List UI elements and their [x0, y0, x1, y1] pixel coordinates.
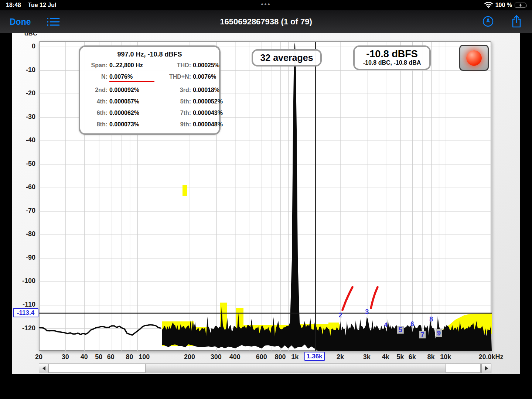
- harmonic-marker-7: 7: [420, 331, 424, 338]
- info-value-r1c1: 0.0076%: [193, 73, 229, 82]
- status-right: 100 %: [484, 1, 526, 9]
- info-value-r3c0: 0.000057%: [109, 98, 154, 105]
- harmonic-marker-6: 6: [410, 320, 414, 328]
- info-value-r1c0: 0.0076%: [109, 73, 154, 82]
- harmonic-marker-5: 5: [399, 326, 402, 334]
- info-label-r0c1: THD:: [156, 62, 191, 69]
- red-annotation-stroke-1: [342, 287, 352, 310]
- markup-button[interactable]: [482, 16, 494, 28]
- scroll-left-button[interactable]: [39, 364, 49, 373]
- left-arrow-icon: [42, 366, 45, 371]
- y-tick--20: -20: [13, 89, 35, 97]
- info-label-r2c0: 2nd:: [85, 86, 108, 93]
- harmonic-marker-4: 4: [384, 321, 388, 329]
- scrollbar-thumb-right[interactable]: [446, 364, 481, 373]
- info-label-r1c0: N:: [85, 73, 108, 82]
- y-tick--120: -120: [13, 324, 35, 332]
- info-label-r1c1: THD+N:: [156, 73, 191, 82]
- info-value-r5c0: 0.000073%: [109, 121, 154, 128]
- info-label-r2c1: 3rd:: [156, 86, 191, 93]
- share-icon: [511, 15, 522, 28]
- level-badge: -10.8 dBFS -10.8 dBC, -10.8 dBA: [353, 45, 431, 70]
- clock: 18:48: [6, 2, 21, 8]
- list-icon: [47, 17, 60, 27]
- x-tick-100: 100: [127, 353, 161, 361]
- wifi-icon: [484, 1, 493, 9]
- y-tick--10: -10: [13, 66, 35, 74]
- info-value-r0c0: 0..22,800 Hz: [109, 62, 154, 69]
- harmonic-marker-3: 3: [365, 308, 369, 316]
- multitask-dots-icon: •••: [261, 1, 271, 8]
- battery-icon: [515, 3, 526, 8]
- record-button[interactable]: [459, 45, 489, 71]
- toolbar: Done 1650692867938 (1 of 79): [0, 10, 532, 33]
- y-tick--100: -100: [13, 277, 35, 285]
- record-light-icon: [466, 50, 482, 66]
- harmonic-marker-2: 2: [338, 311, 342, 319]
- info-title: 997.0 Hz, -10.8 dBFS: [85, 51, 215, 58]
- averages-badge: 32 averages: [252, 49, 322, 66]
- y-axis-unit: dBC: [24, 33, 37, 37]
- y-tick--80: -80: [13, 230, 35, 238]
- harmonic-marker-9: 9: [437, 330, 441, 337]
- info-label-r4c1: 7th:: [156, 109, 191, 116]
- info-value-r3c1: 0.000052%: [193, 98, 229, 105]
- y-tick--30: -30: [13, 113, 35, 121]
- status-left: 18:48 Tue 12 Jul: [6, 2, 61, 8]
- scrollbar-thumb[interactable]: [49, 364, 146, 373]
- stored-spectrum-overlay: [162, 185, 492, 346]
- status-bar: 18:48 Tue 12 Jul ••• 100 %: [0, 0, 532, 10]
- y-tick--60: -60: [13, 183, 35, 191]
- info-value-r4c1: 0.000043%: [193, 109, 229, 116]
- info-value-r2c0: 0.000092%: [109, 86, 154, 93]
- markup-pen-icon: [482, 16, 494, 27]
- level-dbfs: -10.8 dBFS: [355, 48, 429, 59]
- y-tick--90: -90: [13, 254, 35, 262]
- scroll-right-button[interactable]: [481, 364, 491, 373]
- level-dbc-dba: -10.8 dBC, -10.8 dBA: [355, 59, 429, 66]
- charging-bolt-icon: [518, 3, 523, 7]
- status-date: Tue 12 Jul: [28, 2, 56, 8]
- info-value-r5c1: 0.000048%: [193, 121, 229, 128]
- info-rows: Span:0..22,800 HzTHD:0.00025%N:0.0076%TH…: [85, 62, 215, 128]
- x-tick-20.0kHz: 20.0kHz: [474, 353, 508, 361]
- screen: 18:48 Tue 12 Jul ••• 100 %: [0, 0, 532, 399]
- y-tick-0: 0: [13, 42, 35, 50]
- y-tick--40: -40: [13, 136, 35, 144]
- info-label-r3c0: 4th:: [85, 98, 108, 105]
- x-tick-10k: 10k: [429, 353, 462, 361]
- info-value-r2c1: 0.00018%: [193, 86, 229, 93]
- horizontal-scrollbar[interactable]: [39, 364, 491, 373]
- photo-viewer-image[interactable]: dBC 0-10-20-30-40-50-60-70-80-90-100-110…: [12, 33, 520, 374]
- info-label-r5c1: 9th:: [156, 121, 191, 128]
- info-label-r3c1: 5th:: [156, 98, 191, 105]
- info-label-r0c0: Span:: [85, 62, 108, 69]
- noise-floor-trace-left: [39, 325, 161, 335]
- info-value-r4c0: 0.000062%: [109, 109, 154, 116]
- share-button[interactable]: [511, 15, 522, 29]
- freq-cursor-readout[interactable]: 1.36k: [304, 352, 325, 361]
- info-label-r5c0: 8th:: [85, 121, 108, 128]
- battery-percent: 100 %: [495, 2, 512, 8]
- measurement-info-box: 997.0 Hz, -10.8 dBFS Span:0..22,800 HzTH…: [79, 45, 221, 135]
- right-arrow-icon: [485, 366, 488, 371]
- y-tick--50: -50: [13, 160, 35, 168]
- level-cursor-readout[interactable]: -113.4: [13, 308, 38, 317]
- info-label-r4c0: 6th:: [85, 109, 108, 116]
- photo-title: 1650692867938 (1 of 79): [220, 17, 312, 27]
- done-button[interactable]: Done: [10, 17, 31, 27]
- info-value-r0c1: 0.00025%: [193, 62, 229, 69]
- y-tick--110: -110: [13, 301, 35, 308]
- y-tick--70: -70: [13, 207, 35, 215]
- harmonic-marker-8: 8: [429, 316, 433, 323]
- photo-list-button[interactable]: [47, 17, 60, 27]
